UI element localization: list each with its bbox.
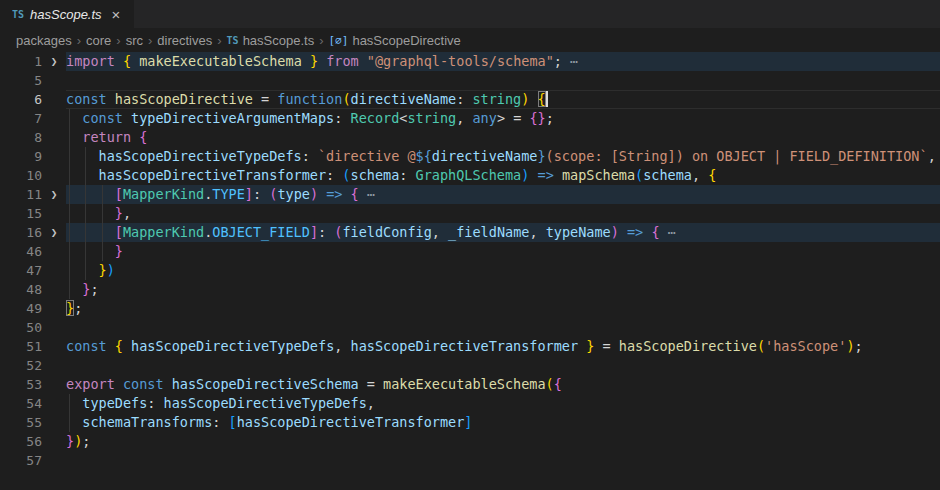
- tab-close-icon[interactable]: ×: [112, 7, 121, 22]
- code-token: [302, 53, 310, 69]
- breadcrumb-item-directives[interactable]: directives: [157, 33, 212, 48]
- line-number: 56: [0, 432, 42, 451]
- code-line[interactable]: 52: [0, 356, 940, 375]
- code-line[interactable]: 50: [0, 318, 940, 337]
- code-line[interactable]: 10 hasScopeDirectiveTransformer: (schema…: [0, 166, 940, 185]
- code-token: [619, 224, 627, 240]
- code-token: hasScopeDirectiveTypeDefs: [99, 148, 302, 164]
- fold-spacer: [42, 356, 66, 375]
- code-token: (: [342, 167, 350, 183]
- fold-chevron-icon[interactable]: ❯: [42, 223, 66, 242]
- code-line[interactable]: 47 }): [0, 261, 940, 280]
- code-line[interactable]: 54 typeDefs: hasScopeDirectiveTypeDefs,: [0, 394, 940, 413]
- code-line[interactable]: 49};: [0, 299, 940, 318]
- breadcrumb-symbol[interactable]: [∅] hasScopeDirective: [329, 33, 461, 48]
- code-line[interactable]: 9 hasScopeDirectiveTypeDefs: `directive …: [0, 147, 940, 166]
- fold-spacer: [42, 451, 66, 470]
- ts-file-icon: TS: [12, 9, 24, 20]
- line-number: 15: [0, 204, 42, 223]
- breadcrumb-file[interactable]: TS hasScope.ts: [227, 33, 315, 48]
- code-editor[interactable]: 1❯import { makeExecutableSchema } from "…: [0, 52, 940, 470]
- code-token: schema: [351, 167, 400, 183]
- indent-guide: [69, 128, 70, 147]
- line-number: 46: [0, 242, 42, 261]
- code-line[interactable]: 8 return {: [0, 128, 940, 147]
- code-line-content: [MapperKind.OBJECT_FIELD]: (fieldConfig,…: [66, 223, 940, 242]
- code-token: ,: [928, 148, 936, 164]
- code-token: [554, 167, 562, 183]
- code-line[interactable]: 53export const hasScopeDirectiveSchema =…: [0, 375, 940, 394]
- tab-hasscope[interactable]: TS hasScope.ts ×: [0, 0, 134, 28]
- indent-guide: [69, 394, 70, 413]
- code-line[interactable]: 57: [0, 451, 940, 470]
- indent-guide: [69, 242, 70, 261]
- line-number: 53: [0, 375, 42, 394]
- code-line[interactable]: 16❯ [MapperKind.OBJECT_FIELD]: (fieldCon…: [0, 223, 940, 242]
- code-token: [359, 53, 367, 69]
- fold-spacer: [42, 90, 66, 109]
- code-line-content: const hasScopeDirective = function(direc…: [66, 90, 940, 109]
- code-token: ,: [456, 110, 472, 126]
- gutter: 49: [0, 299, 66, 318]
- indent-guide: [69, 413, 70, 432]
- code-token: [529, 167, 537, 183]
- code-token: [529, 91, 537, 107]
- code-line-content: }): [66, 261, 940, 280]
- code-token: [107, 338, 115, 354]
- code-token: :: [302, 148, 318, 164]
- indent-guide: [69, 261, 70, 280]
- code-line[interactable]: 15 },: [0, 204, 940, 223]
- code-token: hasScopeDirectiveTransformer: [99, 167, 327, 183]
- fold-spacer: [42, 280, 66, 299]
- code-line[interactable]: 1❯import { makeExecutableSchema } from "…: [0, 52, 940, 71]
- code-line[interactable]: 46 }: [0, 242, 940, 261]
- code-line[interactable]: 5: [0, 71, 940, 90]
- code-line[interactable]: 7 const typeDirectiveArgumentMaps: Recor…: [0, 109, 940, 128]
- code-token: [115, 376, 123, 392]
- code-line[interactable]: 6const hasScopeDirective = function(dire…: [0, 90, 940, 109]
- indent-guide: [69, 280, 70, 299]
- folded-code-ellipsis[interactable]: ⋯: [660, 224, 676, 240]
- breadcrumb-item-core[interactable]: core: [86, 33, 111, 48]
- fold-chevron-icon[interactable]: ❯: [42, 185, 66, 204]
- code-line[interactable]: 55 schemaTransforms: [hasScopeDirectiveT…: [0, 413, 940, 432]
- code-token: const: [123, 376, 164, 392]
- folded-code-ellipsis[interactable]: ⋯: [359, 186, 375, 202]
- code-token: =: [594, 338, 618, 354]
- code-token: fieldConfig: [342, 224, 431, 240]
- breadcrumb-item-packages[interactable]: packages: [16, 33, 72, 48]
- gutter: 11❯: [0, 185, 66, 204]
- code-token: {: [554, 376, 562, 392]
- code-token: hasScopeDirectiveTypeDefs: [164, 395, 367, 411]
- code-line[interactable]: 48 };: [0, 280, 940, 299]
- line-number: 8: [0, 128, 42, 147]
- code-line[interactable]: 51const { hasScopeDirectiveTypeDefs, has…: [0, 337, 940, 356]
- code-line[interactable]: 56});: [0, 432, 940, 451]
- code-token: [131, 129, 139, 145]
- code-token: (: [546, 376, 554, 392]
- fold-spacer: [42, 242, 66, 261]
- fold-chevron-icon[interactable]: ❯: [42, 52, 66, 71]
- indent-guide: [69, 223, 70, 242]
- code-line-content: },: [66, 204, 940, 223]
- code-token: (: [635, 167, 643, 183]
- code-token: {}: [529, 110, 545, 126]
- code-token: schema: [643, 167, 692, 183]
- code-token: }: [66, 300, 74, 316]
- breadcrumb-item-src[interactable]: src: [126, 33, 143, 48]
- line-number: 57: [0, 451, 42, 470]
- code-token: }: [537, 148, 545, 164]
- line-number: 16: [0, 223, 42, 242]
- code-line-content: [66, 71, 940, 90]
- code-token: hasScopeDirective: [115, 91, 253, 107]
- gutter: 1❯: [0, 52, 66, 71]
- gutter: 55: [0, 413, 66, 432]
- gutter: 16❯: [0, 223, 66, 242]
- code-line[interactable]: 11❯ [MapperKind.TYPE]: (type) => { ⋯: [0, 185, 940, 204]
- code-token: ): [310, 186, 318, 202]
- code-token: hasScopeDirectiveSchema: [172, 376, 359, 392]
- tab-title: hasScope.ts: [30, 7, 102, 22]
- folded-code-ellipsis[interactable]: ⋯: [570, 53, 578, 69]
- code-token: > =: [497, 110, 530, 126]
- code-line-content: typeDefs: hasScopeDirectiveTypeDefs,: [66, 394, 940, 413]
